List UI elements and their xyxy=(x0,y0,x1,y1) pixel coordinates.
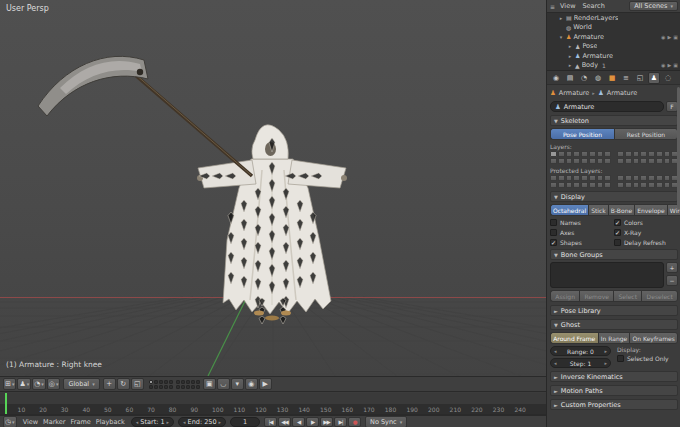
checkbox-icon[interactable] xyxy=(550,229,557,236)
layer-toggle[interactable] xyxy=(664,158,671,164)
breadcrumb-object[interactable]: Armature xyxy=(559,89,590,97)
layer-dot[interactable] xyxy=(196,380,200,384)
playhead[interactable] xyxy=(5,393,7,414)
layer-dot[interactable] xyxy=(186,385,190,389)
lock-camera-icon[interactable]: ▣ xyxy=(203,378,216,390)
layer-dot[interactable] xyxy=(181,380,185,384)
snap-magnet-icon[interactable]: ◡ xyxy=(217,378,230,390)
layer-toggle[interactable] xyxy=(664,175,671,181)
layer-toggle[interactable] xyxy=(617,151,624,157)
checkbox-shapes[interactable]: ✓Shapes xyxy=(550,239,614,246)
panel-expand-icon[interactable]: ► xyxy=(554,402,558,408)
ghost-step-field[interactable]: ◂ Step: 1 ▸ xyxy=(550,358,611,368)
layer-dot[interactable] xyxy=(169,385,173,389)
layer-toggle[interactable] xyxy=(640,182,647,188)
snap-element-icon[interactable]: ▾ xyxy=(231,378,244,390)
layer-toggle[interactable] xyxy=(625,175,632,181)
outliner-item-armature[interactable]: ▸♟Armature xyxy=(547,51,680,61)
checkbox-icon[interactable]: ✓ xyxy=(550,239,557,246)
layer-toggle[interactable] xyxy=(633,175,640,181)
assign-button[interactable]: Assign xyxy=(550,290,579,302)
layer-toggle[interactable] xyxy=(633,182,640,188)
opengl-render-icon[interactable]: ◉ xyxy=(245,378,258,390)
panel-header-skeleton[interactable]: ▼ Skeleton xyxy=(550,115,678,126)
layer-toggle[interactable] xyxy=(640,158,647,164)
layer-dot[interactable] xyxy=(164,380,168,384)
layer-dot[interactable] xyxy=(154,385,158,389)
layer-toggle[interactable] xyxy=(625,151,632,157)
layer-toggle[interactable] xyxy=(589,175,596,181)
next-keyframe-button[interactable]: ▶▶ xyxy=(320,417,333,427)
layer-toggle[interactable] xyxy=(597,175,604,181)
envelope-button[interactable]: Envelope xyxy=(634,204,667,216)
panel-expand-icon[interactable]: ▼ xyxy=(554,118,558,124)
breadcrumb-data[interactable]: Armature xyxy=(607,89,638,97)
outliner-item-armature[interactable]: ▾♟Armature◉▶▣ xyxy=(547,32,680,42)
ghost-range-field[interactable]: ◂ Range: 0 ▸ xyxy=(550,346,611,356)
in-range-button[interactable]: In Range xyxy=(598,332,630,344)
layer-dot[interactable] xyxy=(186,380,190,384)
layer-toggle[interactable] xyxy=(573,158,580,164)
renderable-camera-icon[interactable]: ▣ xyxy=(673,62,678,68)
tab-constraints[interactable]: ≡ xyxy=(620,72,632,84)
layer-toggle[interactable] xyxy=(625,158,632,164)
layer-toggle[interactable] xyxy=(566,175,573,181)
record-button[interactable]: ● xyxy=(348,417,361,427)
rest-position-button[interactable]: Rest Position xyxy=(614,128,678,140)
layer-toggle[interactable] xyxy=(604,151,611,157)
outliner-item-pose[interactable]: ▸♟Pose xyxy=(547,42,680,52)
layer-toggle[interactable] xyxy=(633,151,640,157)
layer-dot[interactable] xyxy=(176,385,180,389)
layer-dot[interactable] xyxy=(176,380,180,384)
layer-dot[interactable] xyxy=(154,380,158,384)
selectable-arrow-icon[interactable]: ▶ xyxy=(667,34,671,40)
manipulator-rotate-icon[interactable]: ↻ xyxy=(117,378,130,390)
disclosure-triangle-icon[interactable]: ▸ xyxy=(567,43,573,49)
remove-button[interactable]: Remove xyxy=(579,290,613,302)
tab-modifiers[interactable]: ◱ xyxy=(634,72,646,84)
panel-header-display[interactable]: ▼ Display xyxy=(550,191,678,202)
panel-expand-icon[interactable]: ► xyxy=(554,374,558,380)
timeline-menu-playback[interactable]: Playback xyxy=(94,418,127,426)
panel-header-inverse-kinematics[interactable]: ►Inverse Kinematics xyxy=(550,371,678,382)
layer-toggle[interactable] xyxy=(558,182,565,188)
layer-toggle[interactable] xyxy=(558,158,565,164)
end-frame-field[interactable]: ◂ End: 250 ▸ xyxy=(178,417,226,427)
layer-toggle[interactable] xyxy=(589,182,596,188)
panel-header-custom-properties[interactable]: ►Custom Properties xyxy=(550,399,678,410)
tab-render-layers[interactable]: ▤ xyxy=(564,72,576,84)
layer-dot[interactable] xyxy=(196,385,200,389)
layer-toggle[interactable] xyxy=(550,151,557,157)
layer-toggle[interactable] xyxy=(604,175,611,181)
panel-expand-icon[interactable]: ► xyxy=(554,308,558,314)
jump-to-end-button[interactable]: ▶| xyxy=(334,417,347,427)
checkbox-icon[interactable] xyxy=(617,355,624,362)
sync-dropdown[interactable]: No Sync ▾ xyxy=(365,416,407,427)
layer-toggle[interactable] xyxy=(597,151,604,157)
layer-dot[interactable] xyxy=(149,385,153,389)
selectable-arrow-icon[interactable]: ▶ xyxy=(667,62,671,68)
layer-toggle[interactable] xyxy=(573,175,580,181)
on-keyframes-button[interactable]: On Keyframes xyxy=(629,332,678,344)
manipulator-translate-icon[interactable]: + xyxy=(103,378,116,390)
layer-dot[interactable] xyxy=(191,380,195,384)
layer-dot[interactable] xyxy=(159,380,163,384)
layer-toggle[interactable] xyxy=(550,182,557,188)
tab-render[interactable]: ◉ xyxy=(550,72,562,84)
layer-toggle[interactable] xyxy=(640,151,647,157)
panel-expand-icon[interactable]: ▼ xyxy=(554,252,558,258)
viewport-shading-icon[interactable]: ◔▾ xyxy=(32,378,46,390)
layer-toggle[interactable] xyxy=(589,151,596,157)
disclosure-triangle-icon[interactable]: ▸ xyxy=(567,53,573,59)
datablock-name-field[interactable]: ♟ Armature xyxy=(550,101,664,112)
layer-toggle[interactable] xyxy=(558,175,565,181)
disclosure-triangle-icon[interactable]: ▸ xyxy=(567,62,573,68)
layer-toggle[interactable] xyxy=(617,175,624,181)
outliner-item-renderlayers[interactable]: ▸▤RenderLayers xyxy=(547,13,680,23)
layer-toggle[interactable] xyxy=(648,151,655,157)
b-bone-button[interactable]: B-Bone xyxy=(608,204,634,216)
mode-pose-icon[interactable]: ♟▾ xyxy=(17,378,31,390)
layer-toggle[interactable] xyxy=(566,182,573,188)
play-reverse-button[interactable]: ◀ xyxy=(292,417,305,427)
layer-toggle[interactable] xyxy=(656,158,663,164)
